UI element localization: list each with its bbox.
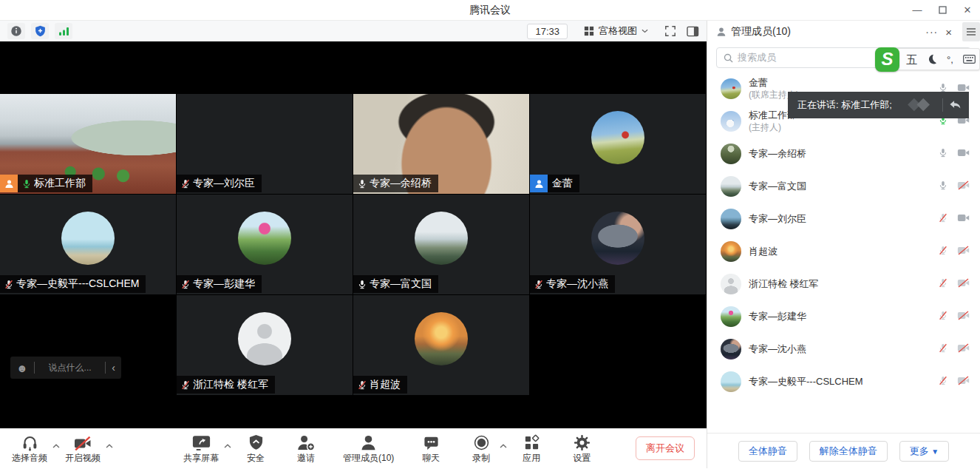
chevron-up-icon[interactable] <box>52 439 60 451</box>
chat-button[interactable]: 聊天 <box>418 433 444 465</box>
more-button[interactable]: 更多 ▼ <box>899 441 950 462</box>
panel-close-icon[interactable]: × <box>945 27 952 38</box>
record-button[interactable]: 录制 <box>468 433 494 465</box>
camera-status-icon[interactable] <box>957 246 970 257</box>
moon-icon[interactable] <box>927 54 937 64</box>
video-tile[interactable]: 专家—彭建华 <box>177 195 353 294</box>
mic-status-icon[interactable] <box>938 212 948 226</box>
member-row[interactable]: 专家—史毅平---CSLCHEM <box>707 365 980 398</box>
headphones-button[interactable]: 选择音频 <box>12 433 47 465</box>
mic-status-icon[interactable] <box>938 245 948 258</box>
camera-status-icon[interactable] <box>957 180 970 192</box>
panel-toggle-icon[interactable] <box>687 26 699 37</box>
video-tile[interactable]: 浙江特检 楼红军 <box>177 295 353 395</box>
mic-status-icon[interactable] <box>938 310 948 323</box>
panel-more-icon[interactable]: ··· <box>925 27 938 37</box>
side-menu-tab[interactable] <box>962 22 980 41</box>
camera-status-icon[interactable] <box>957 376 970 388</box>
video-tile[interactable]: 肖超波 <box>353 295 529 395</box>
members-button[interactable]: 管理成员(10) <box>343 433 394 465</box>
camera-status-icon[interactable] <box>957 311 970 323</box>
share-screen-button[interactable]: 共享屏幕 <box>183 433 219 465</box>
avatar <box>61 212 115 265</box>
ime-mode-wubi[interactable]: 五 <box>906 54 917 65</box>
video-tile[interactable]: 专家—刘尔臣 <box>177 94 353 194</box>
avatar <box>721 241 741 262</box>
info-icon[interactable] <box>7 23 25 39</box>
apps-button[interactable]: 应用 <box>518 433 545 465</box>
chevron-up-icon[interactable] <box>224 439 231 451</box>
shield-plus-icon[interactable] <box>31 23 49 39</box>
toolbar-item-label: 选择音频 <box>12 452 47 465</box>
blue-person-badge-icon <box>530 175 548 192</box>
keyboard-icon[interactable] <box>963 55 976 64</box>
mic-status-icon <box>21 178 32 189</box>
participant-name: 浙江特检 楼红军 <box>193 378 268 391</box>
mute-all-button[interactable]: 全体静音 <box>738 441 797 462</box>
video-tile[interactable]: 专家—沈小燕 <box>530 195 706 294</box>
tile-name-label: 专家—富文国 <box>353 275 438 293</box>
collapse-chat-icon[interactable]: ‹ <box>112 362 115 374</box>
sogou-logo-icon[interactable]: S <box>875 47 899 72</box>
avatar <box>591 111 644 164</box>
camera-status-icon[interactable] <box>957 343 970 355</box>
member-list: 金蕾(联席主持人)标准工作部(主持人)专家—余绍桥专家—富文国专家—刘尔臣肖超波… <box>707 71 980 433</box>
punct-icon[interactable]: °, <box>947 55 953 64</box>
mic-status-icon[interactable] <box>938 147 948 161</box>
mic-status-icon[interactable] <box>938 375 948 388</box>
toolbar-item-label: 安全 <box>247 452 265 465</box>
member-row[interactable]: 专家—彭建华 <box>707 300 980 333</box>
video-tile[interactable]: 专家—富文国 <box>353 195 529 294</box>
reply-arrow-icon[interactable] <box>949 100 962 110</box>
titlebar: 腾讯会议 — ✕ <box>0 0 980 21</box>
fullscreen-icon[interactable] <box>664 25 676 37</box>
minimize-button[interactable]: — <box>905 1 930 20</box>
mic-status-icon[interactable] <box>938 343 948 356</box>
tile-name-label: 专家—彭建华 <box>177 275 262 293</box>
view-switch-dropdown[interactable]: 宫格视图 <box>578 23 654 39</box>
invite-button[interactable]: 邀请 <box>293 433 319 465</box>
close-button[interactable]: ✕ <box>955 1 980 20</box>
chat-input-placeholder[interactable]: 说点什么... <box>41 362 100 374</box>
speaking-toast-text: 正在讲话: 标准工作部; <box>797 98 892 112</box>
tile-name-label: 浙江特检 楼红军 <box>177 376 275 394</box>
panel-header: 管理成员(10) ··· × <box>707 21 980 43</box>
video-tile[interactable]: 金蕾 <box>530 94 706 194</box>
headphones-icon <box>21 433 39 451</box>
mic-status-icon[interactable] <box>938 180 948 193</box>
network-signal-icon[interactable] <box>55 23 72 39</box>
maximize-button[interactable] <box>930 1 955 20</box>
camera-status-icon[interactable] <box>957 278 970 290</box>
tile-name-label: 专家—史毅平---CSLCHEM <box>0 275 146 293</box>
search-placeholder: 搜索成员 <box>738 51 776 64</box>
member-row[interactable]: 专家—富文国 <box>707 170 980 203</box>
emoji-icon[interactable]: ☻ <box>16 362 28 374</box>
member-row[interactable]: 肖超波 <box>707 235 980 268</box>
video-tile[interactable]: 专家—余绍桥 <box>353 94 529 194</box>
chat-icon <box>423 433 440 451</box>
camera-status-icon[interactable] <box>957 148 970 160</box>
leave-meeting-button[interactable]: 离开会议 <box>636 436 695 460</box>
tile-name-label: 专家—刘尔臣 <box>177 175 262 192</box>
member-management-panel: 管理成员(10) ··· × 搜索成员 金蕾(联席主持人)标准工作部(主持人)专… <box>707 21 980 468</box>
member-row[interactable]: 专家—余绍桥 <box>707 138 980 170</box>
shield-check-button[interactable]: 安全 <box>242 433 269 465</box>
grid-view-icon <box>584 26 594 36</box>
unmute-all-button[interactable]: 解除全体静音 <box>809 441 888 462</box>
mic-status-icon[interactable] <box>938 277 948 291</box>
camera-muted-button[interactable]: 开启视频 <box>65 433 101 465</box>
participant-name: 专家—余绍桥 <box>370 177 432 190</box>
settings-button[interactable]: 设置 <box>568 433 595 465</box>
participant-name: 专家—彭建华 <box>193 277 255 291</box>
avatar <box>415 212 468 265</box>
member-row[interactable]: 专家—刘尔臣 <box>707 203 980 235</box>
member-row[interactable]: 专家—沈小燕 <box>707 333 980 365</box>
camera-status-icon[interactable] <box>957 213 970 225</box>
chevron-up-icon[interactable] <box>106 439 113 451</box>
member-row[interactable]: 浙江特检 楼红军 <box>707 268 980 300</box>
record-icon <box>473 433 490 451</box>
video-tile[interactable]: 专家—史毅平---CSLCHEM <box>0 195 176 294</box>
video-tile[interactable]: 标准工作部 <box>0 94 176 194</box>
chevron-up-icon[interactable] <box>500 439 507 451</box>
quick-chat-bar[interactable]: ☻ 说点什么... ‹ <box>10 357 121 379</box>
